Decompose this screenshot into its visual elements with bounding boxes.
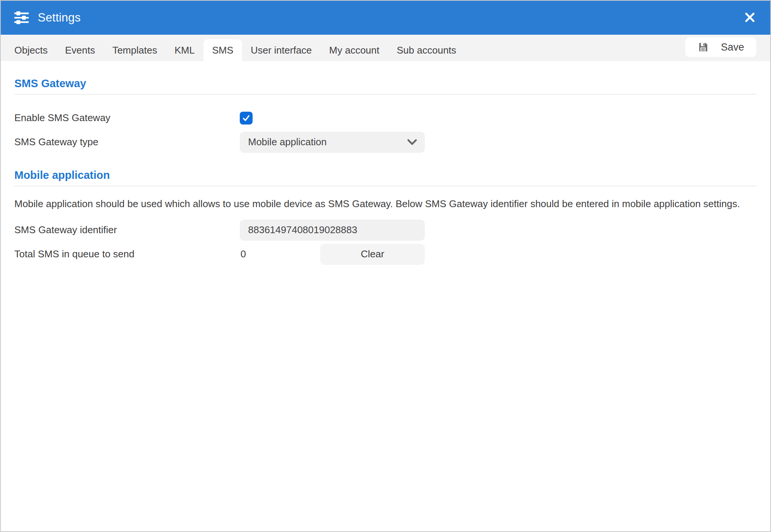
dialog-header: Settings <box>1 1 770 35</box>
close-icon <box>743 11 757 25</box>
sms-gateway-type-select[interactable]: Mobile application <box>240 132 425 153</box>
tab-user-interface[interactable]: User interface <box>242 39 321 61</box>
enable-sms-gateway-row: Enable SMS Gateway <box>14 111 757 125</box>
sms-gateway-identifier-input[interactable] <box>240 220 425 241</box>
sms-gateway-type-row: SMS Gateway type Mobile application <box>14 132 757 153</box>
save-button-label: Save <box>721 42 744 53</box>
sms-queue-label: Total SMS in queue to send <box>14 248 240 260</box>
dialog-title: Settings <box>38 11 741 25</box>
tab-kml[interactable]: KML <box>166 39 203 61</box>
section-divider <box>14 186 757 186</box>
sms-queue-row: Total SMS in queue to send 0 Clear <box>14 244 757 265</box>
section-heading-sms-gateway: SMS Gateway <box>14 77 757 90</box>
tab-my-account[interactable]: My account <box>321 39 388 61</box>
sms-queue-count: 0 <box>240 248 246 260</box>
sms-gateway-type-label: SMS Gateway type <box>14 136 240 148</box>
mobile-application-description: Mobile application should be used which … <box>14 197 742 211</box>
floppy-disk-icon <box>697 42 709 53</box>
settings-dialog: Settings Objects Events Templates KML SM… <box>0 0 771 532</box>
section-divider <box>14 94 757 95</box>
tab-objects[interactable]: Objects <box>6 39 56 61</box>
tab-sub-accounts[interactable]: Sub accounts <box>388 39 465 61</box>
tab-sms[interactable]: SMS <box>204 39 242 61</box>
sms-gateway-identifier-label: SMS Gateway identifier <box>14 224 240 236</box>
sms-gateway-identifier-row: SMS Gateway identifier <box>14 220 757 241</box>
close-button[interactable] <box>741 9 759 27</box>
save-button[interactable]: Save <box>685 37 756 57</box>
enable-sms-gateway-label: Enable SMS Gateway <box>14 112 240 124</box>
tab-events[interactable]: Events <box>56 39 104 61</box>
checkmark-icon <box>242 114 251 123</box>
settings-content: SMS Gateway Enable SMS Gateway SMS Gatew… <box>1 61 770 531</box>
section-heading-mobile-application: Mobile application <box>14 169 757 182</box>
tab-templates[interactable]: Templates <box>104 39 166 61</box>
tab-bar: Objects Events Templates KML SMS User in… <box>1 35 770 61</box>
sliders-icon <box>14 11 29 24</box>
chevron-down-icon <box>407 136 417 148</box>
clear-button[interactable]: Clear <box>320 244 425 265</box>
enable-sms-gateway-checkbox[interactable] <box>240 112 253 125</box>
sms-gateway-type-value: Mobile application <box>248 136 327 148</box>
sms-queue-controls: 0 Clear <box>240 244 425 265</box>
